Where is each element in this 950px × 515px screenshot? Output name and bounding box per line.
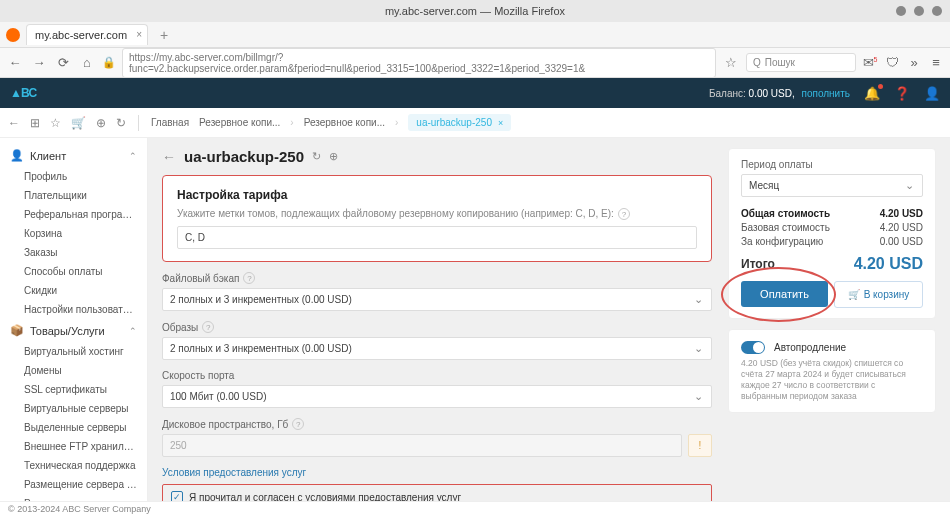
- period-label: Период оплаты: [741, 159, 923, 170]
- sidebar-item[interactable]: Внешнее FTP хранилище: [0, 437, 147, 456]
- bc-cart-icon[interactable]: 🛒: [71, 116, 86, 130]
- sidebar-item[interactable]: Выделенные серверы: [0, 418, 147, 437]
- user-icon[interactable]: 👤: [924, 86, 940, 101]
- sidebar-item[interactable]: Профиль: [0, 167, 147, 186]
- app-header: ▲BC Баланс: 0.00 USD, пополнить 🔔 ❓ 👤: [0, 78, 950, 108]
- content: ← ua-urbackup-250 ↻ ⊕ Настройка тарифа У…: [148, 138, 950, 501]
- cart-button[interactable]: 🛒В корзину: [834, 281, 923, 308]
- sidebar-item[interactable]: Настройки пользователя: [0, 300, 147, 319]
- close-icon[interactable]: [932, 6, 942, 16]
- terms-box: ✓ Я прочитал и согласен с условиями пред…: [162, 484, 712, 501]
- sidebar-item[interactable]: Размещение сервера (С...: [0, 475, 147, 494]
- summary-card: Период оплаты Месяц Общая стоимость4.20 …: [728, 148, 936, 319]
- page-title: ua-urbackup-250: [184, 148, 304, 165]
- reload-icon[interactable]: ⟳: [54, 55, 72, 70]
- field-label: Скорость порта: [162, 370, 712, 381]
- sidebar-section-products[interactable]: 📦Товары/Услуги⌃: [0, 319, 147, 342]
- bc-close-icon[interactable]: ×: [498, 118, 503, 128]
- back-icon[interactable]: ←: [162, 149, 176, 165]
- browser-tab[interactable]: my.abc-server.com ×: [26, 24, 148, 45]
- help-icon[interactable]: ❓: [894, 86, 910, 101]
- bell-icon[interactable]: 🔔: [864, 86, 880, 101]
- tab-title: my.abc-server.com: [35, 29, 127, 41]
- sidebar: 👤Клиент⌃ Профиль Плательщики Реферальная…: [0, 138, 148, 501]
- sidebar-item[interactable]: Виртуальные серверы: [0, 399, 147, 418]
- tariff-card: Настройка тарифа Укажите метки томов, по…: [162, 175, 712, 262]
- browser-tabs: my.abc-server.com × +: [0, 22, 950, 48]
- cost-row: За конфигурацию0.00 USD: [741, 236, 923, 247]
- globe-icon[interactable]: ⊕: [329, 150, 338, 163]
- bc-tree-icon[interactable]: ⊞: [30, 116, 40, 130]
- sidebar-item[interactable]: Скидки: [0, 281, 147, 300]
- terms-link[interactable]: Условия предоставления услуг: [162, 467, 712, 478]
- volumes-input[interactable]: C, D: [177, 226, 697, 249]
- cart-icon: 🛒: [848, 289, 860, 300]
- max-icon[interactable]: [914, 6, 924, 16]
- min-icon[interactable]: [896, 6, 906, 16]
- disk-input: 250: [162, 434, 682, 457]
- terms-checkbox[interactable]: ✓: [171, 491, 183, 501]
- home-icon[interactable]: ⌂: [78, 55, 96, 70]
- balance: Баланс: 0.00 USD, пополнить: [709, 88, 850, 99]
- section-title: Настройка тарифа: [177, 188, 697, 202]
- tab-close-icon[interactable]: ×: [136, 29, 142, 40]
- autorenew-toggle[interactable]: [741, 341, 765, 354]
- extensions-icon[interactable]: »: [906, 55, 922, 70]
- forward-icon[interactable]: →: [30, 55, 48, 70]
- cost-row: Базовая стоимость4.20 USD: [741, 222, 923, 233]
- pay-button[interactable]: Оплатить: [741, 281, 828, 307]
- box-icon: 📦: [10, 324, 24, 337]
- logo[interactable]: ▲BC: [10, 86, 36, 100]
- cost-row: Общая стоимость4.20 USD: [741, 208, 923, 219]
- sidebar-section-client[interactable]: 👤Клиент⌃: [0, 144, 147, 167]
- help-icon[interactable]: ?: [243, 272, 255, 284]
- warning-icon[interactable]: !: [688, 434, 712, 457]
- sidebar-item[interactable]: SSL сертификаты: [0, 380, 147, 399]
- url-input[interactable]: https://my.abc-server.com/billmgr/?func=…: [122, 48, 716, 78]
- bc-star-icon[interactable]: ☆: [50, 116, 61, 130]
- new-tab-button[interactable]: +: [154, 27, 174, 43]
- sidebar-item[interactable]: Корзина: [0, 224, 147, 243]
- field-label: Дисковое пространство, Гб?: [162, 418, 712, 430]
- bc-item[interactable]: Главная: [151, 117, 189, 128]
- bc-item[interactable]: Резервное копи...: [304, 117, 385, 128]
- sidebar-item[interactable]: Плательщики: [0, 186, 147, 205]
- total-value: 4.20 USD: [854, 255, 923, 273]
- autorenew-note: 4.20 USD (без учёта скидок) спишется со …: [741, 358, 923, 402]
- topup-link[interactable]: пополнить: [802, 88, 850, 99]
- sidebar-item[interactable]: Заказы: [0, 243, 147, 262]
- speed-select[interactable]: 100 Мбит (0.00 USD): [162, 385, 712, 408]
- terms-label: Я прочитал и согласен с условиями предос…: [189, 492, 461, 502]
- field-label: Образы?: [162, 321, 712, 333]
- bc-item[interactable]: Резервное копи...: [199, 117, 280, 128]
- mail-icon[interactable]: ✉5: [862, 55, 878, 70]
- search-input[interactable]: QПошук: [746, 53, 856, 72]
- help-icon[interactable]: ?: [292, 418, 304, 430]
- sidebar-item[interactable]: Виртуальный хостинг: [0, 342, 147, 361]
- bc-back-icon[interactable]: ←: [8, 116, 20, 130]
- window-title: my.abc-server.com — Mozilla Firefox: [385, 5, 565, 17]
- field-label: Файловый бэкап?: [162, 272, 712, 284]
- sidebar-item[interactable]: Реферальная программа: [0, 205, 147, 224]
- window-titlebar: my.abc-server.com — Mozilla Firefox: [0, 0, 950, 22]
- help-icon[interactable]: ?: [202, 321, 214, 333]
- star-icon[interactable]: ☆: [722, 55, 740, 70]
- sidebar-item[interactable]: Домены: [0, 361, 147, 380]
- images-select[interactable]: 2 полных и 3 инкрементных (0.00 USD): [162, 337, 712, 360]
- breadcrumb: ← ⊞ ☆ 🛒 ⊕ ↻ Главная Резервное копи... › …: [0, 108, 950, 138]
- help-icon[interactable]: ?: [618, 208, 630, 220]
- sidebar-item[interactable]: Способы оплаты: [0, 262, 147, 281]
- shield-icon[interactable]: 🛡: [884, 55, 900, 70]
- menu-icon[interactable]: ≡: [928, 55, 944, 70]
- bc-active[interactable]: ua-urbackup-250×: [408, 114, 511, 131]
- footer: © 2013-2024 ABC Server Company: [0, 501, 950, 515]
- lock-icon: 🔒: [102, 56, 116, 69]
- refresh-icon[interactable]: ↻: [312, 150, 321, 163]
- sidebar-item[interactable]: Техническая поддержка: [0, 456, 147, 475]
- sidebar-item[interactable]: Резервное копирование: [0, 494, 147, 501]
- period-select[interactable]: Месяц: [741, 174, 923, 197]
- back-icon[interactable]: ←: [6, 55, 24, 70]
- file-backup-select[interactable]: 2 полных и 3 инкрементных (0.00 USD): [162, 288, 712, 311]
- bc-copy-icon[interactable]: ⊕: [96, 116, 106, 130]
- bc-rotate-icon[interactable]: ↻: [116, 116, 126, 130]
